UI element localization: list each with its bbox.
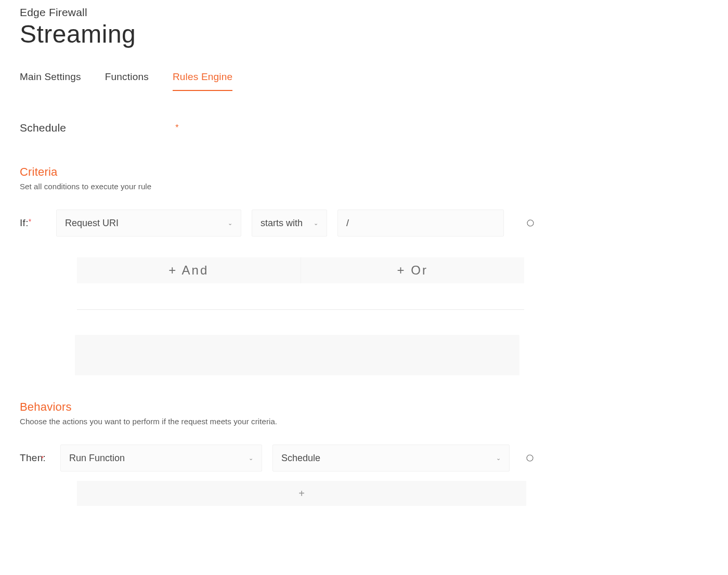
add-and-condition-button[interactable]: + And bbox=[77, 257, 301, 283]
behavior-value: Run Function bbox=[69, 453, 125, 464]
criteria-variable-value: Request URI bbox=[65, 218, 119, 229]
close-icon bbox=[526, 219, 535, 227]
close-icon bbox=[526, 454, 534, 462]
behavior-function-select[interactable]: Schedule ⌄ bbox=[272, 445, 510, 472]
then-required-marker: * bbox=[41, 454, 44, 462]
behavior-select[interactable]: Run Function ⌄ bbox=[60, 445, 262, 472]
chevron-down-icon: ⌄ bbox=[496, 455, 501, 462]
rule-name: Schedule bbox=[20, 122, 66, 134]
remove-criteria-button[interactable] bbox=[524, 216, 537, 230]
behaviors-subtext: Choose the actions you want to perform i… bbox=[20, 417, 728, 426]
chevron-down-icon: ⌄ bbox=[228, 220, 232, 227]
svg-point-1 bbox=[527, 455, 533, 461]
criteria-divider bbox=[77, 309, 524, 310]
criteria-subtext: Set all conditions to execute your rule bbox=[20, 182, 728, 191]
criteria-operator-value: starts with bbox=[261, 218, 303, 229]
if-label-text: If: bbox=[20, 217, 29, 228]
criteria-heading: Criteria bbox=[20, 165, 728, 179]
required-marker: * bbox=[175, 124, 178, 132]
breadcrumb[interactable]: Edge Firewall bbox=[20, 6, 728, 19]
svg-point-0 bbox=[527, 220, 534, 226]
criteria-value-input[interactable] bbox=[337, 210, 504, 237]
if-required-marker: * bbox=[29, 217, 32, 226]
page-title: Streaming bbox=[20, 20, 728, 48]
criteria-operator-select[interactable]: starts with ⌄ bbox=[252, 210, 327, 237]
behaviors-heading: Behaviors bbox=[20, 400, 728, 414]
chevron-down-icon: ⌄ bbox=[314, 220, 318, 227]
add-behavior-button[interactable]: + bbox=[77, 481, 526, 506]
tab-bar: Main Settings Functions Rules Engine bbox=[20, 71, 728, 92]
remove-behavior-button[interactable] bbox=[523, 451, 537, 465]
then-label: Then:* bbox=[20, 452, 50, 464]
behavior-row: Then:* Run Function ⌄ Schedule ⌄ bbox=[20, 445, 728, 472]
criteria-andor-row: + And + Or bbox=[77, 257, 524, 283]
tab-main-settings[interactable]: Main Settings bbox=[20, 71, 81, 91]
criteria-extra-panel bbox=[75, 335, 519, 375]
if-label: If:* bbox=[20, 217, 46, 229]
criteria-variable-select[interactable]: Request URI ⌄ bbox=[56, 210, 241, 237]
chevron-down-icon: ⌄ bbox=[249, 455, 253, 462]
add-or-condition-button[interactable]: + Or bbox=[301, 257, 525, 283]
tab-functions[interactable]: Functions bbox=[105, 71, 149, 91]
tab-rules-engine[interactable]: Rules Engine bbox=[173, 71, 232, 91]
criteria-row: If:* Request URI ⌄ starts with ⌄ bbox=[20, 210, 728, 237]
behavior-function-value: Schedule bbox=[281, 453, 320, 464]
